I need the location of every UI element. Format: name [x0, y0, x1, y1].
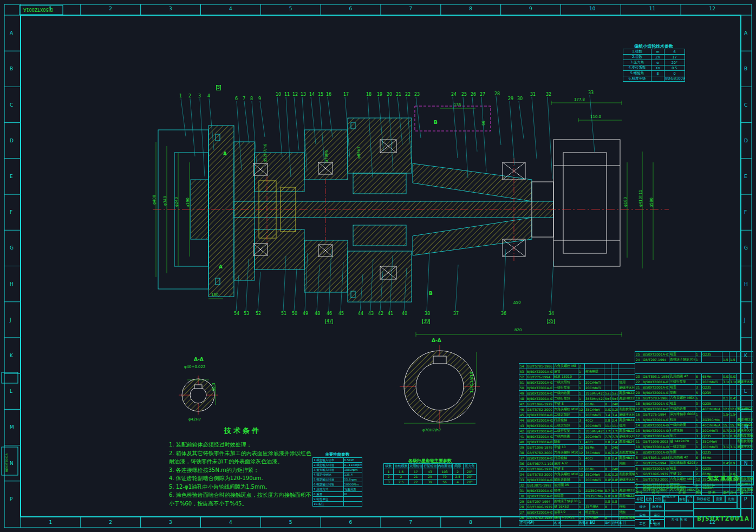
dimension-text: φ70H7/h7 — [422, 429, 441, 432]
planetary-gear-table: 级数齿轮模数太阳轮齿数行星轮齿数内齿圈齿数间隙压力角11.51743103220… — [383, 463, 477, 485]
cad-sheet: BJ50XTZ001A BJ50XTZ001A 偏航小齿轮技术参数 1.模数m6… — [0, 0, 756, 532]
part-callout: 7 — [243, 97, 245, 101]
part-callout: 44 — [358, 312, 363, 316]
part-callout-boxed: 5 — [216, 85, 221, 90]
part-callout: 16 — [326, 93, 331, 97]
part-callout: 18 — [366, 93, 372, 97]
zone-column-label: 10 — [589, 6, 595, 11]
gear-parameter-table: 1.模数m62.齿数Zn173.压力角α20°4.变位系数Xn0.55.螺旋角β… — [623, 49, 685, 82]
zone-column-label: 11 — [649, 520, 655, 525]
technical-note: 1. 装配前箱体必须经过时效处理； — [169, 441, 316, 449]
dimension-text: φ190 — [186, 198, 190, 207]
part-callout: 1 — [179, 94, 182, 98]
zone-row-label: M — [10, 425, 14, 430]
technical-notes-body: 1. 装配前箱体必须经过时效处理；2. 箱体及其它铸铁零件未加工的内表面应涂底漆… — [169, 441, 316, 508]
zone-column-label: 8 — [469, 6, 472, 11]
technical-notes-title: 技术条件 — [169, 425, 316, 436]
part-callout: 37 — [453, 312, 459, 316]
zone-row-label: J — [10, 318, 11, 323]
part-callout: 29 — [508, 97, 513, 101]
zone-row-label: K — [10, 353, 13, 358]
part-callout: 28 — [494, 92, 500, 96]
part-callout: 52 — [256, 312, 261, 316]
part-callout: 30 — [517, 97, 523, 101]
tb-title: 变桨减速器 — [693, 471, 754, 485]
part-callout: 3 — [198, 94, 201, 98]
zone-row-label: P — [744, 497, 747, 502]
zone-row-label: K — [744, 353, 747, 358]
gearbox-section — [191, 118, 553, 302]
part-callout-boxed: 35 — [547, 319, 555, 324]
zone-row-label: E — [744, 174, 747, 179]
zone-column-label: 3 — [169, 520, 172, 525]
tb-sheet: 共 张 第 张 — [664, 510, 694, 529]
dimension-text: φ42H7 — [188, 418, 201, 422]
dimension-text: φ240 — [175, 197, 179, 207]
zone-column-label: 12 — [709, 6, 715, 11]
tb-process: 工艺 — [635, 519, 650, 529]
zone-row-label: B — [10, 67, 13, 71]
part-callout: 14 — [309, 93, 315, 97]
zone-row-label: E — [10, 174, 13, 179]
performance-table: 1.额定输入功率6.5KW2.额定输入转速0~1188rpm3.最大输入转速18… — [312, 457, 362, 507]
tb-drawing-no: BJ50XTZ001A — [693, 508, 754, 529]
part-callout: 15 — [318, 93, 323, 97]
section-label: B — [434, 120, 438, 125]
section-aa-large — [404, 351, 475, 422]
technical-note: 2. 箱体及其它铸铁零件未加工的内表面应涂底漆并涂以红色耐油漆，铸铁零件未加工的… — [169, 449, 316, 466]
dimension-text: φ70h6 — [325, 150, 329, 162]
bom-table-left-top: 54GB/T5781-1986六角头螺栓 M8253BJ50XTZ001A-03… — [519, 363, 635, 380]
dimension-text: 66 — [482, 121, 486, 126]
zone-row-label: C — [744, 103, 747, 108]
technical-notes: 技术条件 1. 装配前箱体必须经过时效处理；2. 箱体及其它铸铁零件未加工的内表… — [169, 425, 316, 508]
zone-column-label: 10 — [589, 520, 595, 525]
dimension-text: φ340 — [164, 196, 167, 206]
dimension-text: 12H11/d10 — [470, 372, 474, 393]
part-callout: 8 — [250, 97, 253, 101]
part-callout: 31 — [530, 93, 536, 97]
dimension-text: 110.0 — [590, 115, 601, 119]
zone-row-label: A — [744, 31, 747, 36]
part-callout: 34 — [549, 312, 554, 316]
zone-column-label: 5 — [289, 520, 292, 525]
dimension-text: φ180 — [624, 197, 628, 207]
part-callout: 10 — [276, 93, 281, 97]
part-callout: 26 — [471, 93, 476, 97]
zone-column-label: 1 — [49, 6, 52, 11]
zone-row-label: B — [744, 67, 747, 71]
section-aa-small — [182, 379, 214, 411]
part-callout: 11 — [284, 93, 290, 97]
zone-column-label: 6 — [349, 520, 353, 525]
zone-row-label: L — [744, 389, 747, 394]
dimension-text: φ410h11 — [639, 190, 643, 207]
zone-row-label: G — [744, 246, 748, 251]
part-callout-boxed: 39 — [422, 319, 430, 324]
section-label: A — [219, 265, 223, 270]
zone-column-label: 11 — [649, 6, 655, 11]
dimension-text: 135 — [454, 103, 461, 107]
part-callout: 54 — [234, 312, 239, 316]
part-callout: 2 — [188, 94, 191, 98]
dimension-text: 820 — [514, 329, 522, 332]
zone-row-label: N — [10, 461, 14, 466]
part-callout: 24 — [451, 93, 457, 97]
bom-table-right-top: 25BJ50XTZ001A-016端盖1Q23524GB/T297-1994圆锥… — [635, 351, 753, 363]
corner-drawing-no: BJ50XTZ001A — [23, 7, 53, 11]
perf-table-title: 主要性能参数 — [312, 452, 362, 457]
part-callout: 6 — [235, 97, 238, 101]
part-callout: 46 — [327, 312, 332, 316]
zone-row-label: C — [10, 103, 13, 108]
zone-column-label: 1 — [49, 520, 52, 525]
part-callout: 41 — [388, 312, 393, 316]
zone-column-label: 4 — [229, 520, 232, 525]
zone-column-label: 4 — [229, 6, 232, 11]
zone-column-label: 2 — [109, 6, 112, 11]
technical-note: 4. 保证齿轮副啮合侧隙为120-190um. — [169, 474, 316, 483]
zone-column-label: 7 — [409, 520, 412, 525]
zone-row-label: H — [744, 282, 748, 287]
part-callout: 17 — [343, 93, 349, 97]
zone-row-label: P — [10, 497, 12, 502]
phantom-outline — [415, 106, 491, 131]
part-callout: 4 — [207, 94, 210, 98]
zone-row-label: J — [744, 318, 746, 323]
